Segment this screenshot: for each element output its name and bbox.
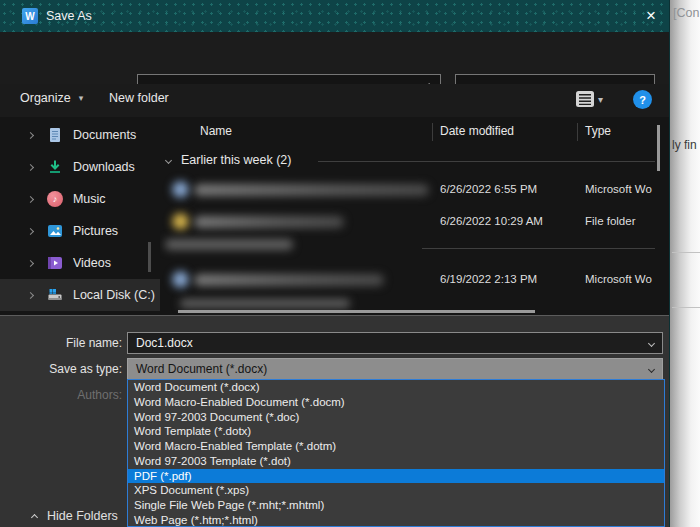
file-name-label: File name: (0, 332, 122, 354)
date-modified-cell: 6/26/2022 10:29 AM (440, 215, 543, 227)
dropdown-option[interactable]: Word 97-2003 Document (*.doc) (128, 410, 664, 425)
view-details-icon[interactable] (575, 90, 595, 108)
organize-label: Organize (20, 91, 71, 105)
sidebar-item-videos[interactable]: Videos (0, 247, 160, 279)
word-file-icon-blurred (172, 271, 189, 288)
save-as-type-combobox[interactable]: Word Document (*.docx) (127, 358, 663, 380)
column-separator[interactable] (577, 123, 578, 141)
column-separator[interactable] (432, 123, 433, 141)
help-button[interactable]: ? (633, 90, 652, 109)
expand-chevron-icon[interactable] (27, 227, 34, 234)
folder-icon-blurred (172, 213, 189, 230)
dropdown-option-pdf[interactable]: PDF (*.pdf) (128, 469, 664, 484)
sidebar-item-pictures[interactable]: Pictures (0, 215, 160, 247)
sidebar-item-label: Videos (73, 256, 160, 270)
dropdown-option[interactable]: Word Macro-Enabled Template (*.dotm) (128, 439, 664, 454)
close-button[interactable]: × (638, 4, 664, 28)
organize-dropdown-icon: ▾ (79, 93, 84, 103)
file-row[interactable]: 6/26/2022 10:29 AM File folder (160, 207, 670, 237)
chevron-up-icon (31, 514, 38, 521)
background-gridline (672, 307, 700, 308)
sidebar-item-downloads[interactable]: Downloads (0, 151, 160, 183)
dropdown-option[interactable]: Word Document (*.docx) (128, 380, 664, 395)
sidebar-item-label: Downloads (73, 160, 160, 174)
documents-icon (47, 127, 63, 143)
type-cell: Microsoft Wo (585, 273, 656, 285)
sidebar-item-label: Documents (73, 128, 160, 142)
list-vertical-scrollbar[interactable] (657, 125, 660, 171)
sidebar-item-documents[interactable]: Documents (0, 119, 160, 151)
sidebar-item-label: Local Disk (C:) (73, 288, 160, 302)
column-header-date-modified[interactable]: Date modified (440, 124, 514, 138)
collapse-chevron-icon[interactable] (165, 156, 172, 163)
command-toolbar: Organize ▾ New folder ▾ ? (0, 84, 670, 117)
organize-button[interactable]: Organize ▾ (20, 91, 83, 105)
date-modified-cell: 6/26/2022 6:55 PM (440, 183, 537, 195)
dropdown-option[interactable]: Web Page (*.htm;*.html) (128, 513, 664, 527)
expand-chevron-icon[interactable] (27, 195, 34, 202)
dropdown-option[interactable]: XPS Document (*.xps) (128, 483, 664, 498)
combobox-chevron-icon[interactable] (648, 339, 655, 346)
downloads-icon (47, 159, 63, 175)
file-row[interactable]: 6/26/2022 6:55 PM Microsoft Wo (160, 175, 670, 205)
background-title-text: [Con (673, 6, 699, 20)
group-divider (422, 248, 655, 249)
videos-icon (47, 255, 63, 271)
date-modified-cell: 6/19/2022 2:13 PM (440, 273, 537, 285)
group-header-blurred (180, 299, 350, 308)
local-disk-icon (47, 287, 63, 303)
background-window (670, 0, 700, 527)
file-name-blurred (194, 216, 344, 228)
expand-chevron-icon[interactable] (27, 259, 34, 266)
explorer-body: Documents Downloads ♪ Music (0, 117, 670, 315)
list-horizontal-scrollbar[interactable] (178, 310, 535, 313)
expand-chevron-icon[interactable] (27, 291, 34, 298)
background-document-text: ly fin (672, 138, 697, 152)
group-divider (318, 161, 655, 162)
file-name-blurred (194, 274, 384, 286)
hide-folders-label: Hide Folders (47, 509, 118, 523)
navigation-bar: ← → ↑ « yusuf › Downloads › (0, 32, 670, 84)
sidebar-scrollbar[interactable] (148, 242, 151, 272)
file-list: Name Date modified Type Earlier this wee… (160, 117, 670, 315)
file-row[interactable]: 6/19/2022 2:13 PM Microsoft Wo (160, 265, 670, 295)
music-icon: ♪ (47, 191, 63, 207)
new-folder-button[interactable]: New folder (109, 91, 169, 105)
group-header-label: Earlier this week (2) (181, 153, 291, 167)
hide-folders-button[interactable]: Hide Folders (32, 509, 118, 523)
save-as-type-dropdown: Word Document (*.docx) Word Macro-Enable… (127, 379, 665, 527)
save-as-dialog: W Save As × ← → ↑ « yusuf › Downloads › (0, 0, 670, 527)
type-cell: File folder (585, 215, 656, 227)
save-as-type-label: Save as type: (0, 358, 122, 380)
sidebar-item-label: Pictures (73, 224, 160, 238)
type-cell: Microsoft Wo (585, 183, 656, 195)
authors-label: Authors: (0, 384, 122, 406)
column-header-name[interactable]: Name (200, 124, 232, 138)
combobox-chevron-icon[interactable] (648, 365, 655, 372)
dropdown-option[interactable]: Word Macro-Enabled Document (*.docm) (128, 395, 664, 410)
file-name-blurred (194, 184, 429, 196)
dropdown-option[interactable]: Word 97-2003 Template (*.dot) (128, 454, 664, 469)
expand-chevron-icon[interactable] (27, 131, 34, 138)
dropdown-option[interactable]: Single File Web Page (*.mht;*.mhtml) (128, 498, 664, 513)
group-header-blurred (165, 239, 293, 250)
save-as-type-value: Word Document (*.docx) (136, 362, 267, 376)
navigation-pane: Documents Downloads ♪ Music (0, 117, 160, 315)
dropdown-option[interactable]: Word Template (*.dotx) (128, 424, 664, 439)
word-file-icon-blurred (172, 181, 189, 198)
background-gridline (672, 252, 700, 253)
title-bar: W Save As × (0, 0, 670, 32)
pictures-icon (47, 223, 63, 239)
window-title: Save As (46, 9, 92, 23)
file-name-value: Doc1.docx (136, 336, 193, 350)
group-header-earlier-this-week[interactable]: Earlier this week (2) (160, 153, 291, 167)
view-menu-chevron-icon[interactable]: ▾ (598, 94, 603, 105)
file-name-combobox[interactable]: Doc1.docx (127, 332, 663, 354)
word-app-icon: W (22, 8, 38, 24)
sidebar-item-label: Music (73, 192, 160, 206)
column-header-type[interactable]: Type (585, 124, 611, 138)
sidebar-item-local-disk-c[interactable]: Local Disk (C:) (0, 279, 160, 311)
expand-chevron-icon[interactable] (27, 163, 34, 170)
sidebar-item-music[interactable]: ♪ Music (0, 183, 160, 215)
